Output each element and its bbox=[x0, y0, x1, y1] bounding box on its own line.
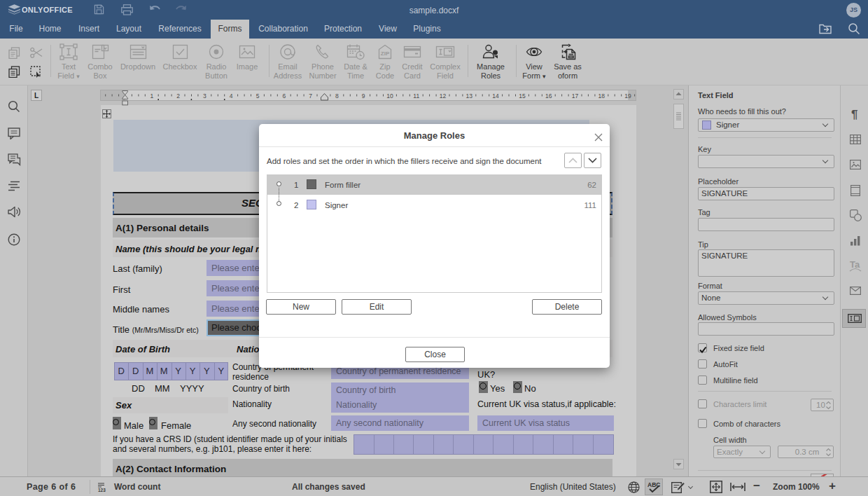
svg-text:5: 5 bbox=[256, 92, 260, 99]
svg-text:ABC: ABC bbox=[648, 481, 660, 488]
svg-text:7: 7 bbox=[309, 92, 312, 99]
svg-text:10: 10 bbox=[386, 92, 393, 99]
svg-text:3: 3 bbox=[203, 92, 206, 99]
svg-text:13: 13 bbox=[466, 92, 473, 99]
svg-text:8: 8 bbox=[335, 92, 339, 99]
svg-text:19: 19 bbox=[624, 92, 631, 99]
svg-text:2: 2 bbox=[176, 92, 180, 99]
svg-text:16: 16 bbox=[545, 92, 552, 99]
svg-text:11: 11 bbox=[413, 92, 419, 99]
svg-text:4: 4 bbox=[230, 92, 233, 99]
svg-text:9: 9 bbox=[362, 92, 365, 99]
svg-text:12: 12 bbox=[440, 92, 447, 99]
svg-text:6: 6 bbox=[282, 92, 286, 99]
svg-text:123: 123 bbox=[98, 488, 106, 492]
svg-text:17: 17 bbox=[572, 92, 579, 99]
svg-text:18: 18 bbox=[598, 92, 606, 99]
svg-text:ZIP: ZIP bbox=[381, 50, 390, 57]
svg-text:14: 14 bbox=[492, 92, 499, 99]
svg-text:15: 15 bbox=[519, 92, 526, 99]
svg-text:1: 1 bbox=[150, 92, 153, 99]
